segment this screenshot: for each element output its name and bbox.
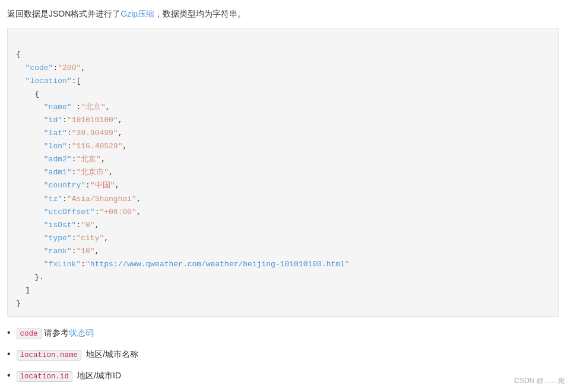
json-code-block: { "code":"200", "location":[ { "name" :"… xyxy=(7,28,559,317)
field-tag-location-name: location.name xyxy=(17,350,82,361)
intro-text-after: ，数据类型均为字符串。 xyxy=(154,9,246,18)
intro-text-before: 返回数据是JSON格式并进行了 xyxy=(7,9,120,18)
field-desc-location-name: 地区/城市名称 xyxy=(86,349,138,360)
intro-paragraph: 返回数据是JSON格式并进行了Gzip压缩，数据类型均为字符串。 xyxy=(7,7,559,20)
field-tag-code: code xyxy=(17,329,42,339)
list-item-code: code 请参考状态码 xyxy=(7,327,559,339)
field-tag-location-id: location.id xyxy=(17,371,73,382)
list-item-location-name: location.name 地区/城市名称 xyxy=(7,349,559,361)
field-list: code 请参考状态码 location.name 地区/城市名称 locati… xyxy=(7,327,559,392)
field-desc-location-id: 地区/城市ID xyxy=(77,371,121,381)
list-item-location-id: location.id 地区/城市ID xyxy=(7,370,559,382)
status-code-link[interactable]: 状态码 xyxy=(69,328,94,339)
csdn-watermark: CSDN @……雍 xyxy=(514,376,565,386)
gzip-link[interactable]: Gzip压缩 xyxy=(120,9,154,18)
main-content: 返回数据是JSON格式并进行了Gzip压缩，数据类型均为字符串。 { "code… xyxy=(0,0,571,392)
field-desc-code-before: 请参考 xyxy=(44,328,69,339)
